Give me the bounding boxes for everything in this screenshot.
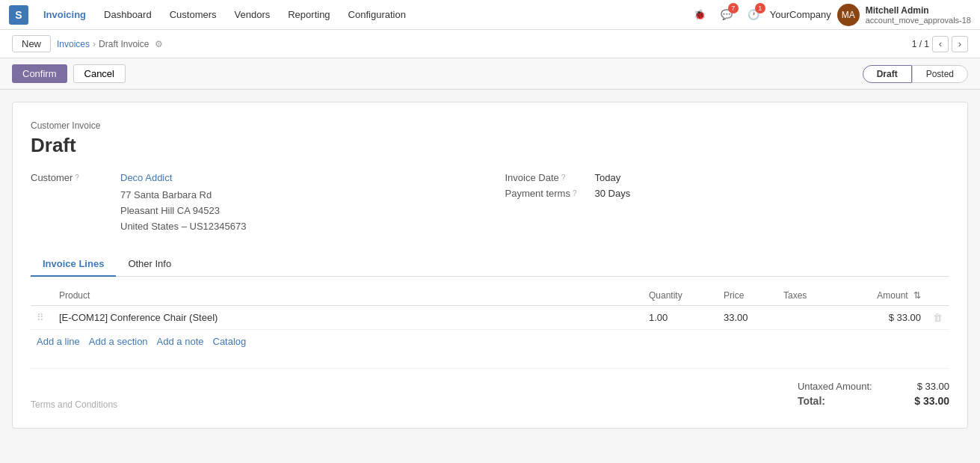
activity-button[interactable]: 🕐 1 — [743, 4, 764, 25]
nav-reporting[interactable]: Reporting — [280, 6, 337, 23]
nav-customers[interactable]: Customers — [162, 6, 224, 23]
taxes-cell[interactable] — [777, 306, 837, 330]
top-right-area: 🐞 💬 7 🕐 1 YourCompany MA Mitchell Admin … — [689, 4, 971, 26]
customer-value: Deco Addict — [120, 172, 172, 183]
address-line3: United States – US12345673 — [120, 219, 475, 235]
invoice-footer: Terms and Conditions Untaxed Amount: $ 3… — [31, 368, 949, 410]
payment-terms-row: Payment terms ? 30 Days — [505, 188, 950, 199]
status-bar: Draft Posted — [863, 65, 968, 83]
bug-icon: 🐞 — [694, 9, 706, 20]
customer-label: Customer ? — [31, 172, 120, 183]
address-line2: Pleasant Hill CA 94523 — [120, 203, 475, 219]
col-drag — [31, 286, 53, 306]
nav-vendors[interactable]: Vendors — [227, 6, 278, 23]
invoice-lines-table: Product Quantity Price Taxes Amount ⇅ ⠿ — [31, 286, 949, 330]
bug-button[interactable]: 🐞 — [689, 4, 710, 25]
page-next-button[interactable]: › — [952, 36, 968, 52]
meta-right: Invoice Date ? Today Payment terms ? 30 … — [505, 172, 950, 234]
table-row: ⠿ [E-COM12] Conference Chair (Steel) 1.0… — [31, 306, 949, 330]
quantity-cell[interactable]: 1.00 — [643, 306, 718, 330]
untaxed-label: Untaxed Amount: — [798, 381, 872, 392]
col-price-header: Price — [718, 286, 777, 306]
payment-terms-value: 30 Days — [595, 188, 631, 199]
add-note-button[interactable]: Add a note — [157, 336, 204, 347]
breadcrumb-current: Draft Invoice — [99, 39, 149, 49]
invoice-date-help-icon[interactable]: ? — [561, 174, 566, 182]
status-posted[interactable]: Posted — [912, 65, 968, 83]
col-quantity-header: Quantity — [643, 286, 718, 306]
delete-icon[interactable]: 🗑 — [933, 312, 943, 323]
total-label: Total: — [798, 395, 825, 407]
payment-terms-help-icon[interactable]: ? — [573, 189, 577, 197]
invoice-subtitle: Customer Invoice — [31, 120, 949, 131]
discuss-badge: 7 — [728, 3, 739, 13]
price-cell[interactable]: 33.00 — [718, 306, 777, 330]
nav-configuration[interactable]: Configuration — [341, 6, 413, 23]
totals-block: Untaxed Amount: $ 33.00 Total: $ 33.00 — [798, 381, 949, 410]
status-draft[interactable]: Draft — [863, 65, 912, 83]
product-cell[interactable]: [E-COM12] Conference Chair (Steel) — [53, 306, 643, 330]
col-action-header — [927, 286, 949, 306]
invoice-card: Customer Invoice Draft Customer ? Deco A… — [12, 102, 968, 429]
new-button[interactable]: New — [12, 35, 51, 52]
customer-help-icon[interactable]: ? — [75, 174, 79, 182]
page-indicator: 1 / 1 — [912, 39, 929, 49]
col-taxes-header: Taxes — [777, 286, 837, 306]
invoice-date-label: Invoice Date ? — [505, 172, 595, 183]
cancel-button[interactable]: Cancel — [73, 64, 126, 83]
main-content: Customer Invoice Draft Customer ? Deco A… — [0, 90, 980, 441]
add-line-bar: Add a line Add a section Add a note Cata… — [31, 330, 949, 353]
tabs: Invoice Lines Other Info — [31, 252, 949, 277]
action-bar: Confirm Cancel Draft Posted — [0, 58, 980, 90]
meta-left: Customer ? Deco Addict 77 Santa Barbara … — [31, 172, 475, 234]
breadcrumb: Invoices › Draft Invoice ⚙ — [57, 39, 163, 49]
invoice-date-value: Today — [595, 172, 621, 183]
customer-address: 77 Santa Barbara Rd Pleasant Hill CA 945… — [120, 188, 475, 234]
discuss-button[interactable]: 💬 7 — [716, 4, 737, 25]
invoice-meta: Customer ? Deco Addict 77 Santa Barbara … — [31, 172, 949, 234]
breadcrumb-parent[interactable]: Invoices — [57, 39, 90, 49]
untaxed-row: Untaxed Amount: $ 33.00 — [798, 381, 949, 392]
tab-other-info[interactable]: Other Info — [116, 252, 183, 277]
user-role: account_move_approvals-18 — [866, 16, 971, 25]
invoice-title: Draft — [31, 134, 949, 157]
amount-settings-icon[interactable]: ⇅ — [913, 290, 921, 301]
nav-invoicing[interactable]: Invoicing — [36, 6, 93, 23]
invoice-date-row: Invoice Date ? Today — [505, 172, 950, 183]
company-name: YourCompany — [770, 9, 831, 20]
address-line1: 77 Santa Barbara Rd — [120, 188, 475, 203]
app-logo: S — [9, 5, 28, 25]
nav-dashboard[interactable]: Dashboard — [96, 6, 159, 23]
amount-cell: $ 33.00 — [837, 306, 927, 330]
terms-and-conditions[interactable]: Terms and Conditions — [31, 399, 117, 410]
breadcrumb-bar: New Invoices › Draft Invoice ⚙ 1 / 1 ‹ › — [0, 30, 980, 58]
top-navigation: S Invoicing Dashboard Customers Vendors … — [0, 0, 980, 30]
breadcrumb-separator: › — [93, 39, 96, 49]
catalog-button[interactable]: Catalog — [213, 336, 247, 347]
payment-terms-label: Payment terms ? — [505, 188, 595, 199]
pagination: 1 / 1 ‹ › — [912, 36, 968, 52]
gear-icon[interactable]: ⚙ — [155, 39, 163, 49]
activity-badge: 1 — [755, 3, 765, 13]
total-value: $ 33.00 — [914, 395, 949, 407]
customer-row: Customer ? Deco Addict — [31, 172, 475, 183]
page-prev-button[interactable]: ‹ — [932, 36, 949, 52]
user-name: Mitchell Admin — [866, 5, 971, 16]
drag-handle-cell[interactable]: ⠿ — [31, 306, 53, 330]
avatar: MA — [837, 4, 860, 26]
col-amount-header: Amount ⇅ — [837, 286, 927, 306]
delete-cell[interactable]: 🗑 — [927, 306, 949, 330]
total-row: Total: $ 33.00 — [798, 395, 949, 407]
confirm-button[interactable]: Confirm — [12, 64, 67, 83]
add-line-button[interactable]: Add a line — [37, 336, 80, 347]
customer-name-link[interactable]: Deco Addict — [120, 172, 172, 183]
col-product-header: Product — [53, 286, 643, 306]
tab-invoice-lines[interactable]: Invoice Lines — [31, 252, 116, 277]
drag-handle-icon: ⠿ — [37, 312, 44, 323]
untaxed-value: $ 33.00 — [917, 381, 949, 392]
user-info: Mitchell Admin account_move_approvals-18 — [866, 5, 971, 25]
add-section-button[interactable]: Add a section — [89, 336, 148, 347]
